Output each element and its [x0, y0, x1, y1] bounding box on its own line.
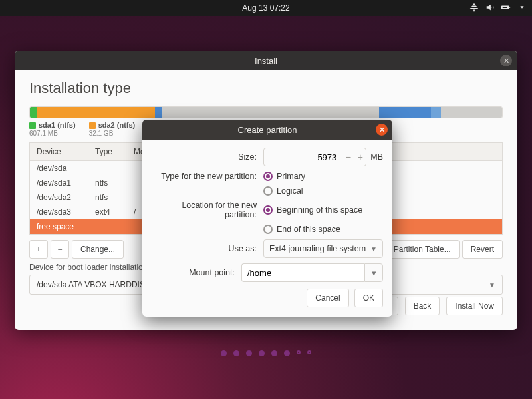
installer-title: Install — [255, 56, 277, 66]
size-unit: MB — [370, 152, 383, 162]
legend-sda2: sda2 (ntfs) 32.1 GB — [89, 121, 136, 137]
top-bar: Aug 13 07:22 — [0, 0, 532, 16]
chevron-down-icon: ▼ — [489, 281, 495, 289]
system-tray — [469, 3, 527, 14]
remove-partition-button[interactable]: − — [51, 240, 69, 259]
location-label: Location for the new partition: — [152, 201, 263, 219]
mount-point-input[interactable] — [241, 263, 364, 282]
partition-type-label: Type for the new partition: — [152, 172, 263, 181]
volume-icon[interactable] — [485, 3, 495, 14]
back-button[interactable]: Back — [405, 297, 440, 315]
use-as-select[interactable]: Ext4 journaling file system ▼ — [263, 239, 383, 258]
radio-beginning[interactable]: Beginning of this space — [263, 205, 362, 215]
ok-button[interactable]: OK — [354, 289, 383, 307]
size-input-wrapper: − + — [263, 148, 366, 166]
size-label: Size: — [152, 152, 263, 162]
installer-titlebar: Install ✕ — [15, 51, 517, 70]
dialog-title: Create partition — [238, 125, 297, 135]
revert-button[interactable]: Revert — [462, 240, 503, 259]
partition-usage-bar — [29, 106, 503, 118]
dialog-close-button[interactable]: ✕ — [376, 124, 388, 136]
create-partition-dialog: Create partition ✕ Size: − + MB Type for… — [142, 120, 392, 317]
size-increment-button[interactable]: + — [354, 148, 366, 166]
use-as-label: Use as: — [152, 244, 263, 253]
add-partition-button[interactable]: + — [29, 240, 48, 259]
cancel-button[interactable]: Cancel — [307, 289, 348, 307]
mount-point-dropdown-button[interactable]: ▾ — [364, 263, 383, 282]
size-decrement-button[interactable]: − — [342, 148, 354, 166]
size-input[interactable] — [264, 152, 342, 162]
wizard-progress-dots — [221, 350, 311, 356]
chevron-down-icon: ▼ — [370, 245, 377, 253]
network-icon[interactable] — [469, 3, 479, 14]
battery-icon[interactable] — [501, 3, 511, 14]
close-window-button[interactable]: ✕ — [500, 55, 512, 66]
legend-sda1: sda1 (ntfs) 607.1 MB — [29, 121, 76, 137]
radio-end[interactable]: End of this space — [263, 225, 340, 234]
clock: Aug 13 07:22 — [242, 3, 289, 13]
radio-primary[interactable]: Primary — [263, 172, 305, 181]
page-title: Installation type — [29, 80, 503, 97]
install-button[interactable]: Install Now — [446, 297, 503, 315]
mount-point-label: Mount point: — [152, 268, 241, 277]
power-icon[interactable] — [517, 3, 527, 14]
dialog-titlebar: Create partition ✕ — [142, 120, 392, 140]
change-partition-button[interactable]: Change... — [72, 240, 124, 259]
radio-logical[interactable]: Logical — [263, 186, 303, 196]
